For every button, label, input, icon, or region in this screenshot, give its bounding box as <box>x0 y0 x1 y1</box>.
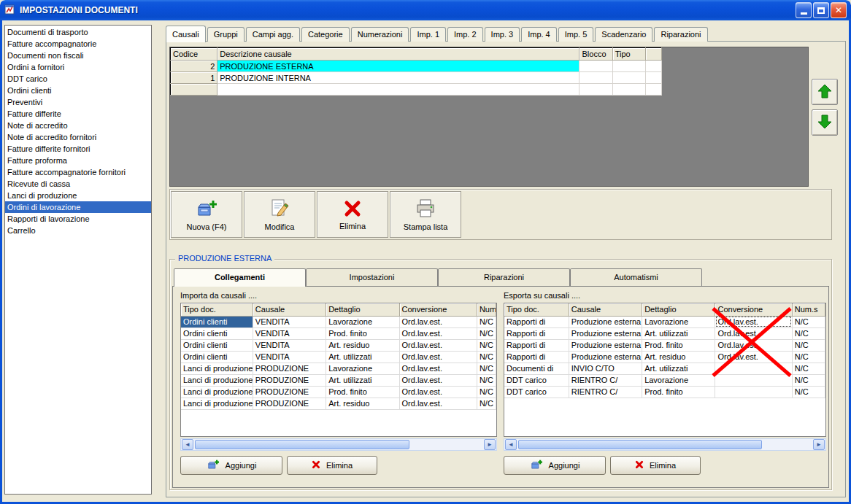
table-cell[interactable] <box>612 61 645 72</box>
column-header[interactable]: Tipo <box>612 48 645 61</box>
column-header[interactable]: Tipo doc. <box>504 303 569 316</box>
tab-imp-2[interactable]: Imp. 2 <box>447 27 483 42</box>
column-header[interactable]: Tipo doc. <box>181 303 253 316</box>
table-cell[interactable]: Produzione esterna <box>569 351 642 363</box>
delete-button[interactable]: Elimina <box>317 191 388 238</box>
tab-imp-3[interactable]: Imp. 3 <box>485 27 520 42</box>
table-cell[interactable]: N/C <box>792 327 825 339</box>
scroll-thumb[interactable] <box>195 440 409 449</box>
table-cell[interactable]: N/C <box>792 374 825 386</box>
table-cell[interactable] <box>715 363 792 374</box>
table-cell[interactable]: 2 <box>171 61 217 72</box>
sidebar-item-fatture-accompagnatorie[interactable]: Fatture accompagnatorie <box>5 38 151 50</box>
table-row[interactable]: DDT caricoRIENTRO C/LavorazioneN/C <box>504 374 825 386</box>
edit-button[interactable]: Modifica <box>244 191 315 238</box>
sidebar-item-note-di-accredito[interactable]: Note di accredito <box>5 120 151 131</box>
subtab-impostazioni[interactable]: Impostazioni <box>306 268 438 286</box>
table-row[interactable]: Lanci di produzionePRODUZIONEArt. residu… <box>181 398 496 409</box>
table-cell[interactable]: Ord.lav.est. <box>399 374 477 386</box>
column-header[interactable]: Conversione <box>399 303 477 316</box>
sidebar-item-fatture-differite[interactable]: Fatture differite <box>5 108 151 120</box>
tab-causali[interactable]: Causali <box>166 26 206 42</box>
sidebar-item-documenti-di-trasporto[interactable]: Documenti di trasporto <box>5 26 151 38</box>
table-cell[interactable] <box>715 374 792 386</box>
table-cell[interactable]: N/C <box>477 339 496 351</box>
scroll-right-button[interactable]: ► <box>484 439 496 450</box>
table-cell[interactable]: PRODUZIONE INTERNA <box>217 72 579 84</box>
table-cell[interactable]: Ord.lav.est. <box>399 327 477 339</box>
table-cell[interactable]: Ordini clienti <box>181 316 253 327</box>
move-up-button[interactable] <box>812 79 838 105</box>
table-cell[interactable]: Art. residuo <box>326 398 399 409</box>
column-header[interactable]: Codice <box>171 48 217 61</box>
export-add-button[interactable]: Aggiungi <box>504 456 606 475</box>
import-delete-button[interactable]: Elimina <box>287 456 377 475</box>
sidebar-item-rapporti-di-lavorazione[interactable]: Rapporti di lavorazione <box>5 213 151 225</box>
table-cell[interactable]: PRODUZIONE <box>253 398 326 409</box>
subtab-collegamenti[interactable]: Collegamenti <box>174 268 306 287</box>
table-cell[interactable] <box>579 61 612 72</box>
table-cell[interactable]: N/C <box>792 386 825 398</box>
sidebar-item-fatture-proforma[interactable]: Fatture proforma <box>5 155 151 166</box>
table-cell[interactable]: PRODUZIONE <box>253 363 326 374</box>
table-cell[interactable]: Ord.lav.est. <box>399 339 477 351</box>
sidebar-item-preventivi[interactable]: Preventivi <box>5 96 151 108</box>
table-cell[interactable] <box>612 72 645 84</box>
table-cell[interactable]: Ordini clienti <box>181 327 253 339</box>
table-cell[interactable]: DDT carico <box>504 374 569 386</box>
tab-numerazioni[interactable]: Numerazioni <box>351 27 409 42</box>
table-row[interactable]: Lanci di produzionePRODUZIONEProd. finit… <box>181 386 496 398</box>
table-cell[interactable]: N/C <box>477 363 496 374</box>
table-cell[interactable]: Lanci di produzione <box>181 398 253 409</box>
table-row[interactable]: Ordini clientiVENDITAArt. residuoOrd.lav… <box>181 339 496 351</box>
table-cell[interactable]: N/C <box>477 316 496 327</box>
table-cell[interactable]: INVIO C/TO <box>569 363 642 374</box>
scroll-left-button[interactable]: ◄ <box>505 439 517 450</box>
column-header[interactable]: Dettaglio <box>326 303 399 316</box>
minimize-button[interactable] <box>796 2 812 18</box>
column-header[interactable]: Conversione <box>715 303 792 316</box>
table-cell[interactable]: Prod. finito <box>642 386 715 398</box>
table-cell[interactable]: Rapporti di <box>504 327 569 339</box>
table-cell[interactable]: Produzione esterna <box>569 339 642 351</box>
table-cell[interactable]: Lavorazione <box>326 316 399 327</box>
scroll-left-button[interactable]: ◄ <box>182 439 193 450</box>
table-cell[interactable]: N/C <box>792 339 825 351</box>
move-down-button[interactable] <box>812 109 838 136</box>
table-cell[interactable]: Lanci di produzione <box>181 374 253 386</box>
table-cell[interactable]: N/C <box>477 351 496 363</box>
table-cell[interactable]: N/C <box>477 398 496 409</box>
column-header[interactable]: Num <box>477 303 496 316</box>
close-button[interactable]: ✕ <box>831 2 847 18</box>
sidebar-item-documenti-non-fiscali[interactable]: Documenti non fiscali <box>5 50 151 61</box>
table-row[interactable]: Rapporti diProduzione esternaArt. residu… <box>504 351 825 363</box>
scroll-thumb[interactable] <box>518 440 762 449</box>
table-cell[interactable]: Art. residuo <box>642 351 715 363</box>
subtab-riparazioni[interactable]: Riparazioni <box>438 268 570 286</box>
table-cell[interactable]: RIENTRO C/ <box>569 374 642 386</box>
sidebar-item-ddt-carico[interactable]: DDT carico <box>5 73 151 85</box>
table-row[interactable]: Documenti diINVIO C/TOArt. utilizzatiN/C <box>504 363 825 374</box>
tab-gruppi[interactable]: Gruppi <box>207 27 244 42</box>
column-header[interactable]: Descrizione causale <box>217 48 579 61</box>
table-row[interactable]: Lanci di produzionePRODUZIONEArt. utiliz… <box>181 374 496 386</box>
tab-campi-agg[interactable]: Campi agg. <box>246 27 300 42</box>
table-cell[interactable]: Produzione esterna <box>569 316 642 327</box>
table-cell[interactable]: Ord.lav.est. <box>399 351 477 363</box>
table-cell[interactable]: Lavorazione <box>642 374 715 386</box>
sidebar-item-ricevute-di-cassa[interactable]: Ricevute di cassa <box>5 178 151 190</box>
column-header[interactable]: Dettaglio <box>642 303 715 316</box>
table-cell[interactable]: Ord.lav.est. <box>715 316 792 327</box>
table-cell[interactable]: Lavorazione <box>326 363 399 374</box>
table-cell[interactable]: Ord.lav.est. <box>715 351 792 363</box>
table-cell[interactable] <box>645 61 661 72</box>
table-cell[interactable]: N/C <box>477 374 496 386</box>
sidebar-item-fatture-differite-fornitori[interactable]: Fatture differite fornitori <box>5 143 151 155</box>
table-cell[interactable]: Documenti di <box>504 363 569 374</box>
tab-imp-5[interactable]: Imp. 5 <box>558 27 594 42</box>
table-cell[interactable]: Rapporti di <box>504 339 569 351</box>
table-cell[interactable]: Art. utilizzati <box>642 363 715 374</box>
table-row[interactable]: 2PRODUZIONE ESTERNA <box>171 61 662 72</box>
column-header[interactable]: Num.s <box>792 303 825 316</box>
table-cell[interactable]: PRODUZIONE <box>253 374 326 386</box>
